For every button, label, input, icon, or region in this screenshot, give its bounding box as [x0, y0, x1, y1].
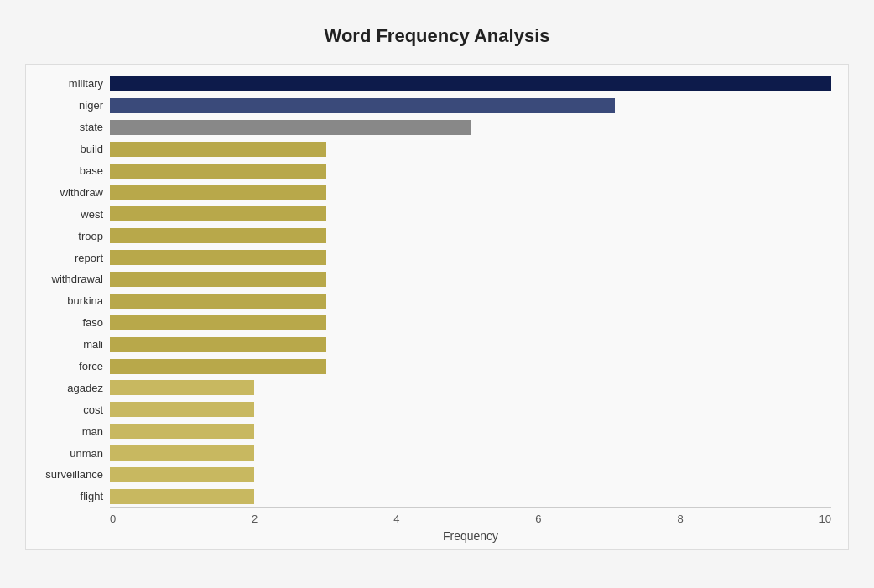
bar — [110, 380, 254, 395]
x-tick: 0 — [110, 513, 116, 525]
bar — [110, 76, 831, 91]
bar-label: faso — [30, 316, 110, 329]
bars-wrapper: militarynigerstatebuildbasewithdrawwestt… — [110, 73, 831, 507]
bar — [110, 337, 326, 352]
chart-title: Word Frequency Analysis — [25, 17, 849, 47]
bar — [110, 315, 326, 330]
bar-row: withdrawal — [110, 270, 831, 289]
bar-label: man — [30, 425, 110, 438]
bar — [110, 120, 471, 135]
bar-label: burkina — [30, 294, 110, 307]
bar — [110, 467, 254, 482]
bar-label: force — [30, 360, 110, 372]
bar-label: niger — [30, 99, 110, 112]
chart-area: militarynigerstatebuildbasewithdrawwestt… — [25, 64, 849, 550]
bar — [110, 359, 326, 374]
bar-label: military — [30, 77, 110, 90]
bar-row: burkina — [110, 292, 831, 310]
bar-row: agadez — [110, 378, 831, 397]
bar-row: withdraw — [110, 183, 831, 201]
bar-label: unman — [30, 447, 110, 460]
bar — [110, 250, 326, 265]
bar-row: troop — [110, 226, 831, 245]
bar-label: withdrawal — [30, 273, 110, 285]
x-tick: 8 — [677, 513, 683, 525]
bar — [110, 272, 326, 287]
bar-row: west — [110, 205, 831, 223]
bar-row: surveillance — [110, 466, 831, 484]
bar-label: agadez — [30, 382, 110, 394]
bar — [110, 142, 326, 157]
bar — [110, 402, 254, 417]
bar — [110, 185, 326, 200]
bar-label: mali — [30, 338, 110, 351]
bar-label: west — [30, 208, 110, 221]
bar-label: flight — [30, 490, 110, 502]
bar-label: report — [30, 252, 110, 264]
bar — [110, 424, 254, 439]
bar-row: faso — [110, 314, 831, 332]
bar-row: cost — [110, 400, 831, 419]
bar-row: force — [110, 357, 831, 376]
x-tick: 6 — [535, 513, 541, 525]
x-axis-label: Frequency — [110, 529, 831, 543]
bar-row: unman — [110, 444, 831, 462]
x-tick: 4 — [393, 513, 399, 525]
bar-label: surveillance — [30, 468, 110, 481]
bar — [110, 98, 615, 113]
bar-label: base — [30, 164, 110, 177]
bar — [110, 445, 254, 461]
bar-label: troop — [30, 230, 110, 242]
x-ticks: 0246810 — [110, 508, 831, 525]
bar-row: build — [110, 140, 831, 159]
bar-label: build — [30, 143, 110, 155]
bar-label: cost — [30, 403, 110, 416]
bar-row: flight — [110, 487, 831, 506]
bar-row: military — [110, 75, 831, 93]
bar-label: withdraw — [30, 186, 110, 199]
bar — [110, 294, 326, 309]
bar-row: man — [110, 422, 831, 440]
chart-container: Word Frequency Analysis militarynigersta… — [0, 0, 874, 588]
bar — [110, 489, 254, 504]
bar-label: state — [30, 121, 110, 133]
bar — [110, 206, 326, 221]
bar — [110, 164, 326, 179]
bar-row: mali — [110, 336, 831, 354]
bar-row: state — [110, 118, 831, 137]
bar — [110, 228, 326, 243]
bar-row: niger — [110, 96, 831, 115]
bar-row: report — [110, 248, 831, 267]
x-axis: 0246810 Frequency — [110, 507, 831, 549]
x-tick: 2 — [252, 513, 258, 525]
x-tick: 10 — [819, 513, 830, 525]
bar-row: base — [110, 162, 831, 180]
